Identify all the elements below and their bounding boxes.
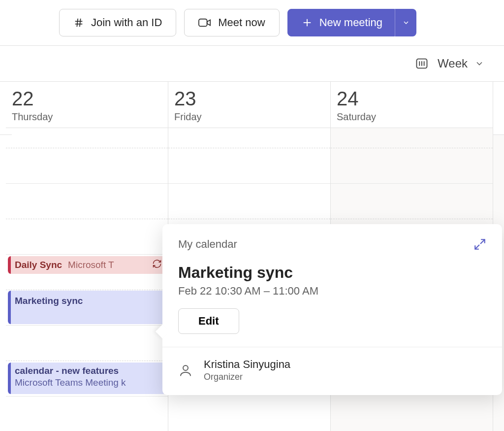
- day-body[interactable]: Daily Sync Microsoft T Marketing sync ca…: [6, 128, 168, 431]
- svg-line-11: [480, 239, 485, 244]
- organizer-row[interactable]: Kristina Sinyugina Organizer: [162, 347, 502, 395]
- hash-icon: [73, 17, 84, 28]
- toolbar: Join with an ID Meet now New meeting: [0, 0, 504, 46]
- event-title: Daily Sync: [15, 260, 62, 270]
- svg-point-13: [183, 365, 188, 370]
- chevron-down-icon: [474, 59, 484, 68]
- new-meeting-button[interactable]: New meeting: [287, 9, 395, 36]
- new-meeting-split-button: New meeting: [287, 9, 416, 36]
- calendar-name: My calendar: [178, 238, 237, 251]
- day-number: 22: [12, 89, 162, 108]
- event-new-features[interactable]: calendar - new features Microsoft Teams …: [8, 363, 166, 394]
- view-label: Week: [438, 57, 468, 70]
- person-icon: [178, 363, 193, 378]
- svg-line-2: [77, 19, 78, 27]
- join-with-id-label: Join with an ID: [91, 16, 162, 29]
- edit-button[interactable]: Edit: [178, 308, 239, 334]
- plus-icon: [302, 17, 313, 28]
- view-row: Week: [0, 46, 504, 81]
- svg-line-3: [80, 19, 81, 27]
- popover-title: Marketing sync: [162, 253, 502, 285]
- event-subtitle: Microsoft Teams Meeting k: [15, 377, 161, 388]
- svg-rect-4: [199, 19, 207, 27]
- expand-icon[interactable]: [473, 238, 486, 253]
- new-meeting-label: New meeting: [319, 16, 382, 29]
- chevron-down-icon: [402, 19, 410, 27]
- event-daily-sync[interactable]: Daily Sync Microsoft T: [8, 256, 166, 274]
- day-header[interactable]: 23 Friday: [168, 82, 330, 128]
- organizer-name: Kristina Sinyugina: [204, 358, 290, 371]
- recurring-icon: [152, 259, 162, 271]
- view-picker[interactable]: Week: [438, 57, 484, 70]
- day-name: Saturday: [337, 111, 487, 123]
- day-name: Friday: [174, 111, 324, 123]
- video-icon: [198, 17, 211, 28]
- new-meeting-dropdown[interactable]: [395, 9, 416, 36]
- event-popover: My calendar Marketing sync Feb 22 10:30 …: [162, 224, 502, 395]
- day-header[interactable]: 22 Thursday: [6, 82, 168, 128]
- event-marketing-sync[interactable]: Marketing sync: [8, 291, 166, 324]
- day-number: 23: [174, 89, 324, 108]
- day-number: 24: [337, 89, 487, 108]
- meet-now-label: Meet now: [218, 16, 265, 29]
- event-title: Marketing sync: [15, 296, 83, 306]
- event-subtitle: Microsoft T: [68, 260, 114, 270]
- day-header[interactable]: 24 Saturday: [331, 82, 493, 128]
- week-view-icon: [415, 57, 429, 70]
- event-title: calendar - new features: [15, 365, 161, 376]
- organizer-role: Organizer: [204, 372, 290, 382]
- day-name: Thursday: [12, 111, 162, 123]
- popover-time: Feb 22 10:30 AM – 11:00 AM: [162, 285, 502, 308]
- join-with-id-button[interactable]: Join with an ID: [59, 9, 176, 36]
- gutter: [0, 82, 6, 431]
- meet-now-button[interactable]: Meet now: [184, 9, 279, 36]
- svg-line-12: [475, 245, 479, 249]
- day-column-thursday: 22 Thursday Daily Sync Microsoft T: [6, 82, 168, 431]
